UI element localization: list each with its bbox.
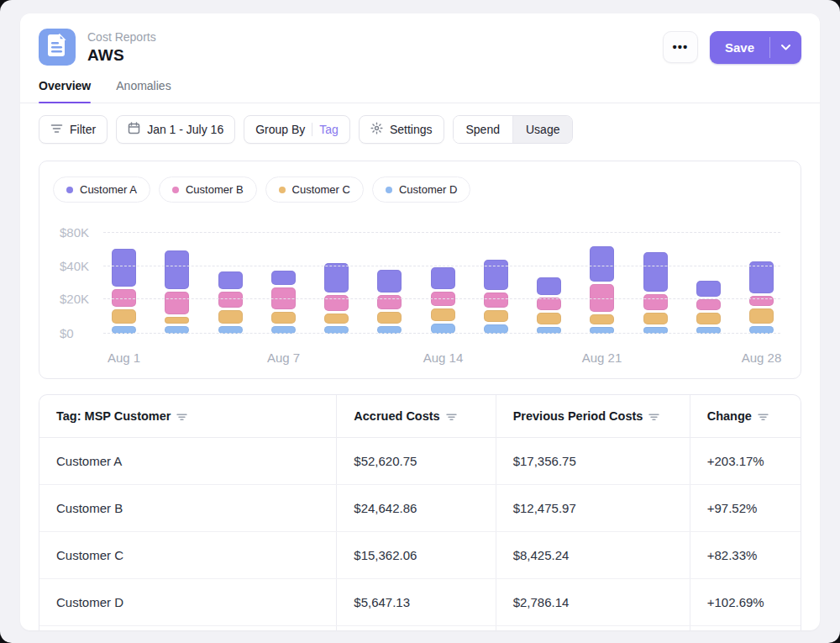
- bar-segment-customer-a: [431, 267, 455, 289]
- bar-segment-customer-a: [324, 263, 349, 293]
- table-row-customer-a: Customer A$52,620.75$17,356.75+203.17%: [39, 438, 801, 485]
- tab-bar: Overview Anomalies: [20, 79, 820, 103]
- sort-icon: [758, 413, 769, 421]
- legend-chip-customer-a[interactable]: Customer A: [53, 177, 150, 203]
- tab-anomalies[interactable]: Anomalies: [116, 79, 171, 103]
- segment-spend[interactable]: Spend: [454, 116, 512, 143]
- column-header-previous[interactable]: Previous Period Costs: [496, 395, 690, 437]
- bar-segment-customer-c: [696, 313, 721, 324]
- bar-segment-customer-c: [218, 310, 243, 324]
- legend-dot: [279, 187, 286, 193]
- report-type-label: Cost Reports: [87, 30, 156, 44]
- bar-segment-customer-a: [377, 270, 402, 293]
- legend-chip-customer-b[interactable]: Customer B: [159, 177, 257, 203]
- gear-icon: [370, 122, 383, 137]
- filter-button[interactable]: Filter: [39, 115, 108, 144]
- bar-segment-customer-c: [112, 309, 136, 324]
- sort-icon: [446, 413, 457, 421]
- group-by-button[interactable]: Group By Tag: [244, 115, 350, 144]
- chart-bars: [112, 223, 774, 334]
- date-range-button[interactable]: Jan 1 - July 16: [116, 115, 235, 144]
- gridline: [103, 298, 780, 299]
- cell-accrued-costs: $5,647.13: [336, 579, 495, 625]
- column-header-tag[interactable]: Tag: MSP Customer: [39, 395, 336, 437]
- cell-accrued-costs: $52,620.75: [336, 438, 495, 484]
- group-by-divider: [312, 123, 312, 136]
- settings-label: Settings: [390, 123, 433, 136]
- bar-segment-customer-c: [165, 317, 189, 324]
- settings-button[interactable]: Settings: [359, 115, 444, 144]
- sort-icon: [648, 413, 659, 421]
- bar-segment-customer-c: [590, 314, 614, 324]
- segment-usage[interactable]: Usage: [512, 116, 572, 143]
- more-actions-button[interactable]: •••: [663, 31, 698, 63]
- gridline: [103, 266, 780, 266]
- cell-previous-period-costs: $17,356.75: [496, 438, 690, 484]
- bar-segment-customer-a: [537, 277, 561, 295]
- page-title: AWS: [87, 46, 156, 65]
- y-axis-tick: $80K: [60, 225, 98, 240]
- stacked-bar-3: [218, 271, 243, 334]
- bar-segment-customer-b: [484, 293, 508, 308]
- column-header-accrued[interactable]: Accrued Costs: [336, 395, 495, 437]
- bar-segment-customer-a: [165, 250, 189, 289]
- cell-customer-name: Customer D: [39, 579, 336, 625]
- stacked-bar-10: [590, 246, 614, 334]
- y-axis-tick: $40K: [60, 259, 98, 273]
- legend-label: Customer B: [186, 183, 244, 196]
- sort-icon: [176, 413, 187, 421]
- stacked-bar-6: [377, 270, 402, 334]
- report-icon-tile: [39, 29, 76, 66]
- x-axis-tick: Aug 28: [742, 350, 782, 365]
- x-axis-tick: Aug 14: [423, 350, 464, 365]
- bar-segment-customer-a: [218, 271, 243, 289]
- x-axis-tick: Aug 1: [108, 350, 140, 365]
- chart-x-axis: Aug 1Aug 7Aug 14Aug 21Aug 28: [60, 347, 780, 369]
- cell-accrued-costs: $15,362.06: [336, 532, 495, 578]
- bar-segment-customer-c: [271, 312, 296, 324]
- bar-segment-customer-a: [696, 281, 721, 297]
- cell-empty: [39, 626, 336, 630]
- legend-dot: [66, 187, 73, 193]
- filter-label: Filter: [70, 123, 96, 136]
- y-axis-tick: $20K: [60, 292, 98, 306]
- save-button[interactable]: Save: [710, 31, 769, 64]
- bar-segment-customer-c: [749, 308, 774, 324]
- ellipsis-icon: •••: [673, 43, 689, 51]
- toolbar: Filter Jan 1 - July 16 Group By Tag: [39, 115, 801, 144]
- stacked-bar-12: [696, 281, 721, 334]
- legend-label: Customer A: [80, 183, 137, 196]
- bar-segment-customer-b: [324, 295, 349, 311]
- bar-segment-customer-a: [590, 246, 614, 282]
- table-body: Customer A$52,620.75$17,356.75+203.17%Cu…: [39, 438, 801, 630]
- column-header-change[interactable]: Change: [690, 395, 801, 437]
- chart-plot: $0$20K$40K$80K: [60, 223, 780, 340]
- gridline: [103, 232, 780, 233]
- stacked-bar-9: [537, 277, 561, 334]
- bar-segment-customer-a: [271, 271, 296, 285]
- bar-segment-customer-a: [112, 249, 136, 287]
- stacked-bar-1: [112, 249, 136, 334]
- legend-chip-customer-d[interactable]: Customer D: [372, 177, 470, 203]
- table-header-row: Tag: MSP Customer Accrued Costs Previous…: [39, 395, 801, 438]
- bar-segment-customer-b: [749, 296, 774, 306]
- table-row-customer-c: Customer C$15,362.06$8,425.24+82.33%: [39, 532, 801, 579]
- y-axis-tick: $0: [60, 326, 98, 340]
- save-dropdown-button[interactable]: [770, 31, 801, 64]
- group-by-value: Tag: [319, 123, 339, 136]
- cell-accrued-costs: $24,642.86: [336, 485, 495, 531]
- bar-segment-customer-a: [643, 252, 668, 292]
- bar-segment-customer-c: [537, 313, 561, 324]
- tab-overview[interactable]: Overview: [39, 79, 91, 103]
- report-titles: Cost Reports AWS: [87, 30, 156, 65]
- cell-change-percent: +102.69%: [690, 579, 801, 625]
- stacked-bar-11: [643, 252, 668, 334]
- cell-customer-name: Customer C: [39, 532, 336, 578]
- stacked-bar-7: [431, 267, 455, 334]
- cell-change-percent: +203.17%: [690, 438, 801, 484]
- cost-table: Tag: MSP Customer Accrued Costs Previous…: [39, 394, 801, 630]
- x-axis-tick: Aug 7: [267, 350, 300, 365]
- table-row-customer-d: Customer D$5,647.13$2,786.14+102.69%: [39, 579, 801, 626]
- cell-change-percent: +82.33%: [690, 532, 801, 578]
- legend-chip-customer-c[interactable]: Customer C: [265, 177, 364, 203]
